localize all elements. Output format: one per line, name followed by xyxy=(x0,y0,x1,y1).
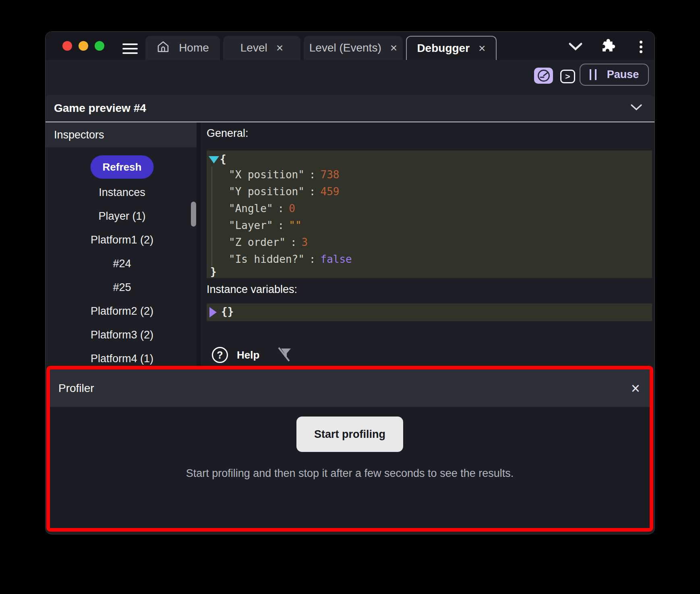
profiler-gauge-icon-button[interactable] xyxy=(534,68,553,84)
app-window: Home Level × Level (Events) × Debugger × xyxy=(45,31,655,534)
tree-item-25[interactable]: #25 xyxy=(46,276,199,299)
json-value: 459 xyxy=(321,186,340,198)
extensions-puzzle-icon[interactable] xyxy=(598,38,616,56)
title-bar: Home Level × Level (Events) × Debugger × xyxy=(46,32,654,60)
json-property-row: "Z order":3 xyxy=(229,234,352,251)
game-preview-header[interactable]: Game preview #4 xyxy=(46,95,654,122)
tree-item-player[interactable]: Player (1) xyxy=(46,204,199,228)
refresh-button[interactable]: Refresh xyxy=(91,155,154,179)
pause-icon xyxy=(590,69,596,80)
inspectors-header: Inspectors xyxy=(46,122,199,147)
json-key: "Z order" xyxy=(229,236,286,248)
debugger-content: Inspectors Refresh Instances Player (1) … xyxy=(46,122,654,366)
json-rows: "X position":738 "Y position":459 "Angle… xyxy=(229,166,352,268)
game-preview-title: Game preview #4 xyxy=(54,102,146,115)
chevron-down-icon[interactable] xyxy=(567,38,584,56)
profiler-title: Profiler xyxy=(58,382,94,395)
json-property-row: "Layer":"" xyxy=(229,217,352,234)
json-key: "Layer" xyxy=(229,219,273,231)
inspectors-sidebar: Inspectors Refresh Instances Player (1) … xyxy=(46,122,199,366)
json-value: 3 xyxy=(302,236,308,248)
chevron-down-icon[interactable] xyxy=(630,104,642,113)
json-key: "Is hidden?" xyxy=(229,253,304,265)
sidebar-divider xyxy=(197,122,201,366)
pause-label: Pause xyxy=(607,68,639,81)
json-key: "Y position" xyxy=(229,186,304,198)
expand-triangle-icon[interactable] xyxy=(209,307,217,318)
json-key: "Angle" xyxy=(229,202,273,214)
tree-item-platform4[interactable]: Platform4 (1) xyxy=(46,347,199,366)
titlebar-actions xyxy=(46,32,654,60)
profiler-header: Profiler × xyxy=(50,369,650,407)
instance-variables-view: {} xyxy=(207,303,652,321)
json-property-row: "X position":738 xyxy=(229,166,352,183)
start-profiling-button[interactable]: Start profiling xyxy=(296,417,403,452)
json-property-row: "Y position":459 xyxy=(229,183,352,200)
screenshot-canvas: Home Level × Level (Events) × Debugger × xyxy=(0,0,700,594)
console-icon-button[interactable]: > xyxy=(560,70,575,83)
instance-variables-label: Instance variables: xyxy=(207,283,297,296)
profiler-description: Start profiling and then stop it after a… xyxy=(50,467,650,480)
filter-off-icon[interactable] xyxy=(277,346,292,364)
variables-value: {} xyxy=(221,305,234,318)
json-property-row: "Angle":0 xyxy=(229,200,352,217)
help-row: ? Help xyxy=(212,346,292,364)
json-open-brace: { xyxy=(220,153,226,165)
json-key: "X position" xyxy=(229,169,304,181)
instances-tree: Instances Player (1) Platform1 (2) #24 #… xyxy=(46,181,199,366)
tree-item-platform3[interactable]: Platform3 (2) xyxy=(46,323,199,347)
tree-item-platform1[interactable]: Platform1 (2) xyxy=(46,228,199,252)
json-value: 0 xyxy=(289,202,295,214)
inspector-panel: General: { "X position":738 "Y position"… xyxy=(201,122,654,366)
json-close-brace: } xyxy=(210,266,217,278)
kebab-menu-icon[interactable] xyxy=(632,38,650,56)
json-value: 738 xyxy=(321,169,340,181)
help-label: Help xyxy=(237,349,259,361)
collapse-triangle-icon[interactable] xyxy=(209,156,219,163)
json-property-row: "Is hidden?":false xyxy=(229,251,352,268)
pause-button[interactable]: Pause xyxy=(580,64,649,86)
json-value: false xyxy=(321,253,352,265)
tree-item-instances[interactable]: Instances xyxy=(46,181,199,204)
tree-guide-line xyxy=(211,167,212,266)
general-json-view: { "X position":738 "Y position":459 "Ang… xyxy=(207,151,652,278)
help-question-icon[interactable]: ? xyxy=(212,347,228,363)
general-section-label: General: xyxy=(207,127,249,140)
profiler-panel: Profiler × Start profiling Start profili… xyxy=(46,366,653,532)
sidebar-scrollbar-thumb[interactable] xyxy=(191,202,196,227)
tree-item-24[interactable]: #24 xyxy=(46,252,199,276)
json-value: "" xyxy=(289,219,301,231)
debugger-toolbar: > Pause xyxy=(46,60,654,95)
profiler-body: Start profiling Start profiling and then… xyxy=(50,407,650,480)
tree-item-platform2[interactable]: Platform2 (2) xyxy=(46,299,199,323)
inspectors-title: Inspectors xyxy=(54,129,104,141)
close-icon[interactable]: × xyxy=(631,381,640,396)
